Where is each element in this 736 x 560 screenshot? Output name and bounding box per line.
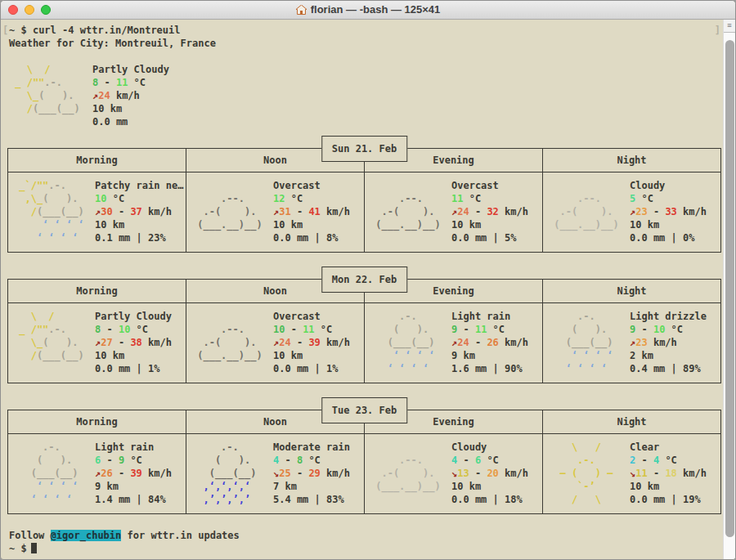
art-segment: – ( ) – xyxy=(548,468,613,479)
text-segment: - xyxy=(113,468,131,479)
temp-high: 11 xyxy=(475,324,487,335)
art-segment: ‚’‚’‚’‚’ xyxy=(191,494,250,505)
date-label-box: Sun 21. Feb xyxy=(321,136,407,162)
wind-low: 31 xyxy=(279,206,290,217)
weather-info: Light rain9 - 11 °C↗24 - 26 km/h9 km1.6 … xyxy=(451,310,528,383)
forecast-cell: .-. ( ). (___(__) ‚‘‚‘‚‘‚‘ ‚’‚’‚’‚’ Mode… xyxy=(186,434,364,513)
close-button[interactable] xyxy=(8,5,18,15)
weather-art: .-. ( ). (___(__) ‘ ‘ ‘ ‘ ‘ ‘ ‘ ‘ xyxy=(548,310,630,383)
text-segment: - xyxy=(648,206,666,217)
command-line: [~ $ curl -4 wttr.in/Montreuil] xyxy=(1,24,723,37)
window-titlebar[interactable]: florian — -bash — 125×41 xyxy=(1,1,735,20)
scrollbar-marks-button[interactable]: ≡ xyxy=(724,20,735,33)
text-segment: - xyxy=(113,206,131,217)
visibility-line: 9 km xyxy=(451,349,528,362)
temp-low: 10 xyxy=(273,324,285,335)
art-segment: (___.__)__) xyxy=(370,219,441,231)
wind-low: 23 xyxy=(635,206,647,217)
window-title: florian — -bash — 125×41 xyxy=(1,1,735,20)
art-segment: .--. xyxy=(548,193,601,204)
forecast-cell: .--. .-( ). (___.__)__) Overcast12 °C↗31… xyxy=(186,172,364,252)
temp-unit: °C xyxy=(487,324,505,335)
art-segment: _ /"" xyxy=(13,324,48,335)
art-segment: .-. xyxy=(548,311,595,322)
art-segment: / xyxy=(13,350,37,361)
visibility-line: 10 km xyxy=(451,480,528,493)
text-segment: - xyxy=(457,324,475,335)
scrollbar-thumb[interactable] xyxy=(725,40,734,537)
art-segment: .--. xyxy=(191,324,245,335)
wind-low: 25 xyxy=(279,468,290,479)
art-segment: .-. xyxy=(13,441,61,453)
text-segment: - xyxy=(279,455,297,466)
art-segment: \_ xyxy=(13,337,43,348)
art-segment: (___(__) xyxy=(548,337,613,348)
wind-line: ↘25 - 29 km/h xyxy=(273,467,350,480)
art-segment: _`/"" xyxy=(13,180,48,191)
zoom-button[interactable] xyxy=(41,5,51,15)
forecast-days: Sun 21. FebMorningNoonEveningNight _`/""… xyxy=(1,148,723,514)
forecast-cell: .-. ( ). (___(__) ‘ ‘ ‘ ‘ ‘ ‘ ‘ ‘ Light … xyxy=(8,434,186,513)
wind-low: 24 xyxy=(279,337,290,348)
art-segment: ( ). xyxy=(43,337,78,348)
art-segment: _ /"" xyxy=(9,77,44,88)
weather-info: Partly Cloudy8 - 10 °C↗27 - 38 km/h10 km… xyxy=(95,310,172,383)
current-conditions: \ / _ /"".-. \_( ). /(___(__) Partly Clo… xyxy=(9,63,723,128)
visibility-line: 2 km xyxy=(630,349,707,362)
art-segment: .-( ). xyxy=(548,206,613,217)
condition-text: Light rain xyxy=(451,310,528,323)
art-segment: (___(__) xyxy=(33,103,80,114)
art-segment: ‘ ‘ ‘ ‘ xyxy=(13,494,72,505)
art-segment: ‘ ‘ ‘ ‘ xyxy=(13,232,78,244)
art-segment: (___(__) xyxy=(37,206,84,217)
condition-text: Partly Cloudy xyxy=(95,310,172,323)
weather-art: \ / .-. – ( ) – `-’ / \ xyxy=(548,441,630,513)
weather-art: .--. .-( ). (___.__)__) xyxy=(370,179,451,252)
temp-unit: °C xyxy=(481,455,499,466)
date-label-box: Mon 22. Feb xyxy=(321,267,407,293)
wind-unit: km/h xyxy=(142,206,172,217)
minimize-button[interactable] xyxy=(25,5,34,15)
wind-line: ↗27 - 38 km/h xyxy=(95,336,172,349)
wind-high: 33 xyxy=(665,206,676,217)
precipitation-line: 1.4 mm | 84% xyxy=(95,493,172,506)
wind-line: ↗24 - 32 km/h xyxy=(451,205,528,218)
art-segment: \ / xyxy=(9,64,51,75)
condition-text: Cloudy xyxy=(630,179,707,192)
condition-text: Clear xyxy=(630,441,707,454)
wind-high: 29 xyxy=(308,468,320,479)
period-header: Night xyxy=(542,149,720,172)
twitter-handle: @igor_chubin xyxy=(51,530,122,541)
temp-unit: °C xyxy=(285,193,303,204)
forecast-cell: .--. .-( ). (___.__)__) Cloudy5 °C↗23 - … xyxy=(542,172,720,252)
forecast-table-body: _`/"".-. ,\_( ). /(___(__) ‘ ‘ ‘ ‘ ‘ ‘ ‘… xyxy=(8,172,720,252)
text-segment: - xyxy=(101,324,119,335)
wind-line: ↗24 - 39 km/h xyxy=(273,336,350,349)
visibility-line: 10 km xyxy=(95,218,183,231)
wind-unit: km/h xyxy=(499,468,528,479)
temperature-line: 8 - 11 °C xyxy=(92,76,169,89)
precipitation-line: 5.4 mm | 83% xyxy=(273,493,350,506)
visibility-line: 10 km xyxy=(95,349,172,362)
temp-high: 11 xyxy=(303,324,314,335)
prompt-line[interactable]: ~ $ xyxy=(9,542,723,555)
art-segment: .-. xyxy=(370,311,417,322)
temp-low: 12 xyxy=(273,193,285,204)
date-label-box: Tue 23. Feb xyxy=(321,397,407,423)
wind-high: 38 xyxy=(130,337,141,348)
precipitation-line: 0.0 mm xyxy=(92,115,169,128)
wind-high: 20 xyxy=(487,468,498,479)
wind-unit: km/h xyxy=(677,206,707,217)
text-segment: - xyxy=(469,468,487,479)
scrollbar-track[interactable]: ≡ xyxy=(723,20,735,559)
temperature-line: 10 °C xyxy=(95,192,183,205)
forecast-cell: .-. ( ). (___(__) ‘ ‘ ‘ ‘ ‘ ‘ ‘ ‘ Light … xyxy=(364,303,542,383)
forecast-day-section: Sun 21. FebMorningNoonEveningNight _`/""… xyxy=(7,148,721,253)
weather-info: Light rain6 - 9 °C↗26 - 39 km/h9 km1.4 m… xyxy=(95,441,172,513)
art-segment: `-’ xyxy=(548,481,595,492)
weather-info: Cloudy5 °C↗23 - 33 km/h10 km0.0 mm | 0% xyxy=(630,179,707,252)
wind-line: ↗23 - 33 km/h xyxy=(630,205,707,218)
art-segment: (___.__)__) xyxy=(191,219,263,231)
period-header: Morning xyxy=(8,410,186,433)
wind-high: 18 xyxy=(665,468,676,479)
